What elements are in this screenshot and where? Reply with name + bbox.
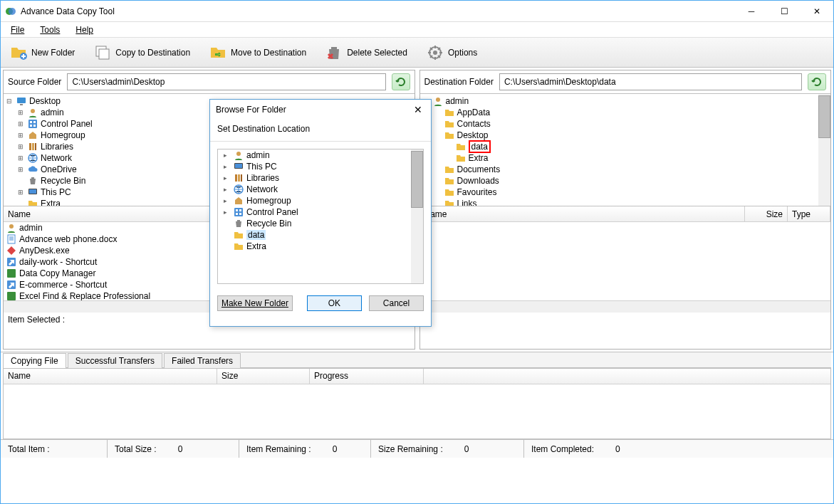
destination-tree-scrollbar[interactable]: [818, 94, 830, 206]
tree-item[interactable]: ▸Libraries: [218, 172, 423, 184]
svg-point-6: [433, 51, 437, 55]
transfers-panel: Name Size Progress: [3, 368, 831, 439]
tab-copying[interactable]: Copying File: [3, 353, 66, 368]
tree-item[interactable]: ▸Homegroup: [218, 195, 423, 206]
menu-help[interactable]: Help: [73, 23, 96, 36]
tree-item[interactable]: Contacts: [420, 118, 831, 130]
title-bar: Advance Data Copy Tool ─ ☐ ✕: [1, 1, 833, 22]
dialog-close-button[interactable]: ✕: [411, 104, 425, 115]
tcol-progress[interactable]: Progress: [310, 369, 424, 384]
dialog-subtitle: Set Destination Location: [210, 120, 431, 142]
options-button[interactable]: Options: [420, 41, 484, 65]
svg-point-9: [31, 109, 35, 113]
svg-rect-38: [236, 213, 238, 215]
svg-rect-30: [235, 164, 242, 168]
svg-rect-10: [28, 120, 37, 128]
svg-rect-7: [17, 98, 26, 103]
tree-item[interactable]: Extra: [218, 241, 423, 252]
destination-hscroll[interactable]: [420, 300, 831, 313]
menu-bar: File Tools Help: [1, 22, 833, 38]
svg-rect-35: [234, 208, 243, 216]
tree-item[interactable]: ▸admin: [218, 149, 423, 161]
move-button[interactable]: Move to Destination: [203, 41, 313, 65]
tab-failed[interactable]: Failed Transfers: [164, 353, 241, 368]
delete-button[interactable]: Delete Selected: [319, 41, 414, 65]
svg-rect-20: [29, 189, 36, 194]
status-bar: Total Item : Total Size :0 Item Remainin…: [1, 439, 833, 458]
refresh-icon: [811, 76, 823, 88]
svg-point-21: [9, 224, 14, 229]
svg-rect-37: [239, 209, 241, 211]
new-folder-button[interactable]: New Folder: [4, 41, 81, 65]
svg-rect-24: [7, 269, 16, 278]
svg-rect-14: [33, 125, 36, 127]
toolbar: New Folder Copy to Destination Move to D…: [1, 38, 833, 68]
source-label: Source Folder: [8, 77, 61, 87]
col-type[interactable]: Type: [788, 206, 830, 221]
cancel-button[interactable]: Cancel: [369, 295, 424, 311]
svg-rect-12: [33, 121, 36, 123]
svg-point-1: [9, 8, 16, 15]
tree-item[interactable]: Documents: [420, 164, 831, 175]
svg-rect-39: [239, 213, 241, 215]
menu-tools[interactable]: Tools: [37, 23, 63, 36]
col-size[interactable]: Size: [745, 206, 788, 221]
tcol-size[interactable]: Size: [217, 369, 310, 384]
svg-rect-31: [235, 174, 237, 182]
ok-button[interactable]: OK: [307, 295, 362, 311]
tree-item[interactable]: ▸This PC: [218, 161, 423, 172]
svg-rect-4: [99, 49, 109, 59]
svg-point-28: [236, 152, 241, 156]
tree-item[interactable]: data: [218, 229, 423, 241]
minimize-button[interactable]: ─: [735, 1, 768, 22]
tree-item[interactable]: Links: [420, 198, 831, 206]
dialog-tree-scrollbar[interactable]: [411, 149, 423, 283]
dialog-folder-tree[interactable]: ▸admin▸This PC▸Libraries▸Network▸Homegro…: [217, 149, 424, 284]
tree-item[interactable]: ▸Control Panel: [218, 206, 423, 218]
svg-rect-32: [238, 174, 240, 182]
tcol-name[interactable]: Name: [4, 369, 217, 384]
svg-rect-36: [236, 209, 238, 211]
source-path-input[interactable]: C:\Users\admin\Desktop: [67, 73, 385, 90]
copy-icon: [94, 44, 111, 61]
svg-rect-11: [30, 121, 32, 123]
tree-item[interactable]: ▸Network: [218, 184, 423, 195]
svg-rect-15: [29, 143, 31, 150]
destination-file-header: Name Size Type: [420, 206, 831, 222]
refresh-icon: [395, 76, 407, 88]
gear-icon: [427, 44, 444, 61]
tree-item[interactable]: data: [420, 141, 831, 152]
close-button[interactable]: ✕: [801, 1, 833, 22]
tree-item[interactable]: Recycle Bin: [218, 218, 423, 229]
tree-item[interactable]: Favourites: [420, 187, 831, 198]
tree-item[interactable]: Extra: [420, 152, 831, 164]
make-new-folder-button[interactable]: Make New Folder: [217, 295, 293, 311]
col-name[interactable]: Name: [420, 206, 746, 221]
destination-tree[interactable]: adminAppDataContactsDesktopdataExtraDocu…: [420, 94, 831, 206]
destination-refresh-button[interactable]: [808, 73, 826, 90]
destination-file-list[interactable]: [420, 222, 831, 300]
browse-folder-dialog: Browse For Folder ✕ Set Destination Loca…: [209, 99, 432, 327]
folder-plus-icon: [10, 44, 27, 61]
svg-rect-13: [30, 125, 32, 127]
tree-item[interactable]: Desktop: [420, 130, 831, 141]
tab-successful[interactable]: Successful Transfers: [68, 353, 162, 368]
source-refresh-button[interactable]: [392, 73, 410, 90]
tree-item[interactable]: AppData: [420, 107, 831, 118]
tree-item[interactable]: Downloads: [420, 175, 831, 187]
transfer-tabs: Copying File Successful Transfers Failed…: [3, 352, 831, 368]
trash-icon: [325, 44, 343, 61]
menu-file[interactable]: File: [8, 23, 27, 36]
copy-button[interactable]: Copy to Destination: [88, 41, 197, 65]
folder-arrow-icon: [209, 44, 226, 61]
svg-rect-33: [241, 174, 242, 182]
svg-rect-26: [7, 292, 16, 300]
tree-item[interactable]: admin: [420, 95, 831, 107]
dialog-title: Browse For Folder: [216, 105, 286, 115]
maximize-button[interactable]: ☐: [768, 1, 801, 22]
destination-pane: Destination Folder C:\Users\admin\Deskto…: [419, 70, 832, 350]
destination-path-input[interactable]: C:\Users\admin\Desktop\data: [499, 73, 802, 90]
svg-rect-22: [8, 235, 15, 243]
svg-rect-16: [32, 143, 34, 150]
svg-rect-17: [35, 143, 36, 150]
